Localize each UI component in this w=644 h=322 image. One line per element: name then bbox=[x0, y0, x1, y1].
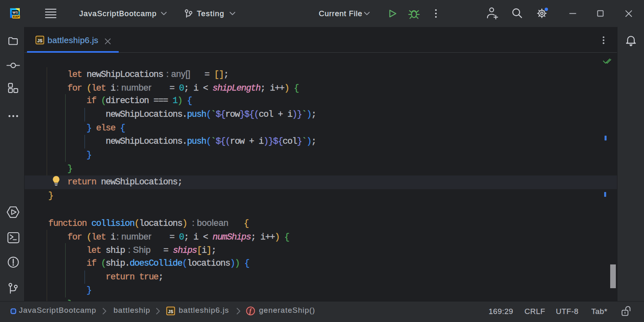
svg-text:WS: WS bbox=[12, 10, 18, 14]
svg-text:JS: JS bbox=[37, 38, 43, 43]
svg-text:JS: JS bbox=[168, 309, 173, 314]
svg-text:EAP: EAP bbox=[13, 15, 19, 19]
